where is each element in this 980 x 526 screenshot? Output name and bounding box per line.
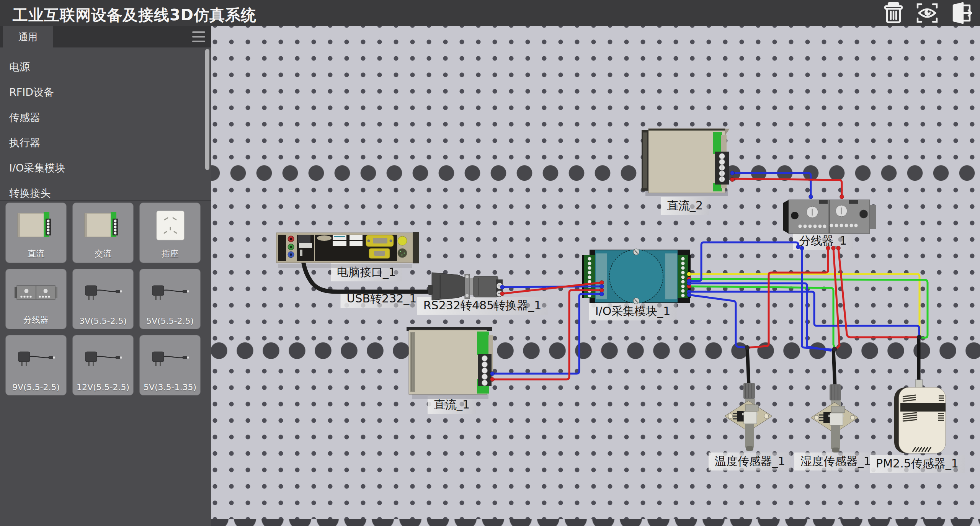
tile-label: 直流 [6,248,66,260]
tile-label: 分线器 [6,314,66,326]
tile-dc[interactable]: 直流 [5,203,67,263]
device-splitter-1[interactable] [783,200,876,234]
device-usb-to-232[interactable] [428,273,474,300]
device-label: USB转232_1 [341,290,423,308]
device-dc-power-2[interactable] [642,129,730,196]
device-label: 分线器_1 [793,232,853,250]
wire-blue-converter [502,286,602,287]
tile-label: 12V(5.5-2.5) [73,382,133,392]
tile-label: 9V(5.5-2.5) [6,382,66,392]
device-label: RS232转485转换器_1 [417,297,548,315]
device-label: I/O采集模块_1 [589,302,677,320]
device-temp-sensor[interactable] [725,348,772,451]
wire-blue-humidity-b [802,248,831,350]
tab-general[interactable]: 通用 [3,26,53,47]
tile-socket[interactable]: 插座 [139,203,201,263]
adapter-icon [73,338,133,380]
menu-item-io-module[interactable]: I/O采集模块 [0,155,203,181]
trash-icon[interactable] [881,2,906,25]
menu-item-power[interactable]: 电源 [0,54,203,80]
tile-5v-adapter[interactable]: 5V(5.5-2.5) [139,269,201,329]
device-label: 直流_2 [661,197,709,215]
wire-yellow-pm25 [688,274,920,336]
menu-item-actuator[interactable]: 执行器 [0,130,203,155]
adapter-icon [73,272,133,314]
sidebar-divider [0,200,211,201]
adapter-icon [140,272,200,314]
menu-icon[interactable] [192,31,205,42]
titlebar: 工业互联网设备及接线3D仿真系统 [0,0,980,26]
pegboard-hole-row [211,341,980,360]
device-io-module[interactable] [582,249,691,304]
wire-red-humidity [833,248,840,348]
tile-splitter[interactable]: 分线器 [5,269,67,329]
tile-12v-adapter[interactable]: 12V(5.5-2.5) [72,335,134,395]
device-label: 直流_1 [428,396,476,414]
category-menu: 电源 RFID设备 传感器 执行器 I/O采集模块 转换接头 [0,47,203,206]
tile-ac[interactable]: 交流 [72,203,134,263]
device-rs232-to-485[interactable] [474,276,503,297]
adapter-icon [140,338,200,380]
sidebar-tab-row: 通用 [0,26,211,47]
tile-5v-135-adapter[interactable]: 5V(3.5-1.35) [139,335,201,395]
dc-module-icon [6,206,66,247]
tile-label: 5V(5.5-2.5) [140,316,200,326]
wire-blue-humidity-a [688,283,831,351]
wire-blue-loop [689,242,798,281]
wire-green-pm25 [688,279,928,338]
menu-item-sensor[interactable]: 传感器 [0,105,203,130]
tile-label: 插座 [140,248,200,260]
pegboard-hole-row [211,519,980,526]
device-label: 湿度传感器_1 [794,452,877,470]
wiring-scene [211,26,980,526]
pegboard-canvas[interactable]: 电脑接口_1 USB转232_1 RS232转485转换器_1 I/O采集模块_… [211,26,980,526]
device-pc-interface[interactable] [276,232,432,292]
wire-blue-pm25 [688,292,919,335]
toolbar [881,2,973,25]
device-label: 电脑接口_1 [331,263,402,281]
device-label: PM2.5传感器_1 [870,455,965,473]
wire-red-pm25 [838,248,918,337]
component-palette: 直流 交流 插座 分线器 3V(5.5-2.5) [5,203,201,395]
pegboard-hole-row [211,164,980,182]
ac-module-icon [73,206,133,247]
device-label: 温度传感器_1 [709,452,791,470]
splitter-icon [6,272,66,314]
wire-red-converter [502,283,602,294]
sidebar-scrollbar[interactable] [205,49,209,170]
tile-label: 3V(5.5-2.5) [73,316,133,326]
device-humidity-sensor[interactable] [811,349,858,452]
eye-scan-icon[interactable] [915,2,939,25]
tile-label: 交流 [73,248,133,260]
tile-label: 5V(3.5-1.35) [140,382,200,392]
device-dc-power-1[interactable] [407,327,493,399]
page-title: 工业互联网设备及接线3D仿真系统 [13,5,256,26]
socket-icon [140,206,200,247]
menu-item-rfid[interactable]: RFID设备 [0,80,203,105]
adapter-icon [6,338,66,380]
wire-red-temp [749,248,828,348]
wire-blue-temp [688,295,746,348]
wire-green-humidity [688,286,835,347]
exit-icon[interactable] [949,2,973,25]
component-sidebar: 通用 电源 RFID设备 传感器 执行器 I/O采集模块 转换接头 直流 交流 [0,26,211,526]
tile-3v-adapter[interactable]: 3V(5.5-2.5) [72,269,134,329]
tile-9v-adapter[interactable]: 9V(5.5-2.5) [5,335,67,395]
